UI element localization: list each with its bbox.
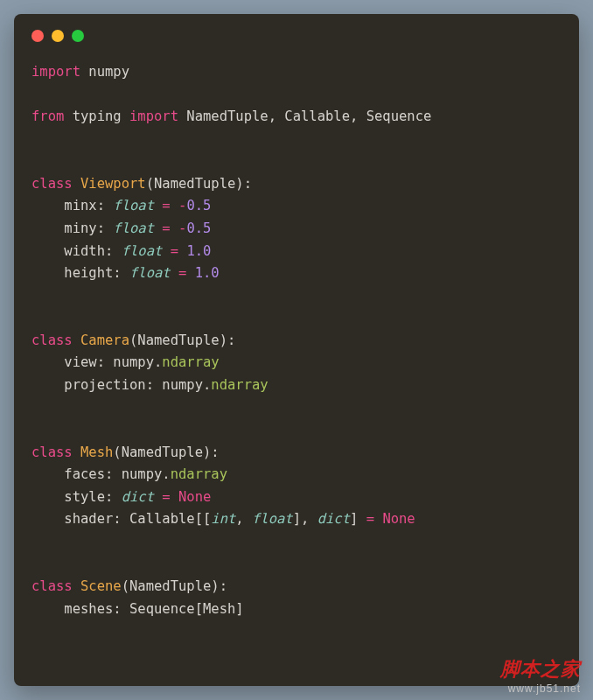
op-eq: = <box>366 511 374 527</box>
window-titlebar <box>31 30 562 42</box>
keyword-class: class <box>31 176 73 192</box>
type-float: float <box>129 265 171 281</box>
op-eq: = <box>162 489 170 505</box>
base-namedtuple: NamedTuple <box>137 332 219 348</box>
type-callable: Callable <box>129 511 195 527</box>
type-sequence: Sequence <box>129 601 195 617</box>
keyword-class: class <box>31 332 73 348</box>
prop-height: height <box>64 265 113 281</box>
attr-ndarray: ndarray <box>171 466 227 482</box>
type-float: float <box>122 243 163 259</box>
keyword-class: class <box>31 444 73 460</box>
prop-style: style <box>64 489 105 505</box>
imported-types: NamedTuple, Callable, Sequence <box>186 108 431 124</box>
type-int: int <box>211 511 235 527</box>
op-eq: = <box>162 198 170 214</box>
module-numpy: numpy <box>88 64 129 80</box>
val-none: None <box>382 511 415 527</box>
maximize-icon[interactable] <box>72 30 84 42</box>
keyword-import: import <box>31 64 80 80</box>
op-eq: = <box>178 265 186 281</box>
prop-view: view <box>64 354 96 370</box>
module-numpy: numpy <box>113 354 154 370</box>
attr-ndarray: ndarray <box>211 377 268 393</box>
code-window: import numpy from typing import NamedTup… <box>14 14 579 686</box>
module-typing: typing <box>73 108 122 124</box>
module-numpy: numpy <box>122 466 163 482</box>
keyword-from: from <box>31 108 64 124</box>
class-mesh: Mesh <box>80 444 113 460</box>
attr-ndarray: ndarray <box>162 354 219 370</box>
op-eq: = <box>171 243 178 259</box>
num-val: 0.5 <box>186 220 211 236</box>
keyword-import: import <box>129 108 178 124</box>
type-dict: dict <box>122 489 154 505</box>
op-eq: = <box>162 220 170 236</box>
base-namedtuple: NamedTuple <box>122 444 203 460</box>
op-neg: - <box>178 198 186 214</box>
type-float: float <box>252 511 293 527</box>
type-float: float <box>113 198 154 214</box>
close-icon[interactable] <box>31 30 44 42</box>
num-val: 1.0 <box>186 243 211 259</box>
base-namedtuple: NamedTuple <box>129 578 211 594</box>
prop-projection: projection <box>64 377 145 393</box>
class-scene: Scene <box>80 578 122 594</box>
prop-width: width <box>64 243 105 259</box>
module-numpy: numpy <box>162 377 203 393</box>
keyword-class: class <box>31 578 73 594</box>
prop-meshes: meshes <box>64 601 113 617</box>
num-val: 0.5 <box>186 198 211 214</box>
num-val: 1.0 <box>195 265 220 281</box>
prop-minx: minx <box>64 198 96 214</box>
type-mesh: Mesh <box>203 601 235 617</box>
type-float: float <box>113 220 154 236</box>
prop-shader: shader <box>64 511 113 527</box>
prop-miny: miny <box>64 220 96 236</box>
base-namedtuple: NamedTuple <box>154 176 235 192</box>
val-none: None <box>178 489 211 505</box>
class-viewport: Viewport <box>80 176 146 192</box>
minimize-icon[interactable] <box>52 30 64 42</box>
op-neg: - <box>178 220 186 236</box>
class-camera: Camera <box>80 332 129 348</box>
code-block: import numpy from typing import NamedTup… <box>31 61 562 620</box>
prop-faces: faces <box>64 466 105 482</box>
type-dict: dict <box>317 511 350 527</box>
